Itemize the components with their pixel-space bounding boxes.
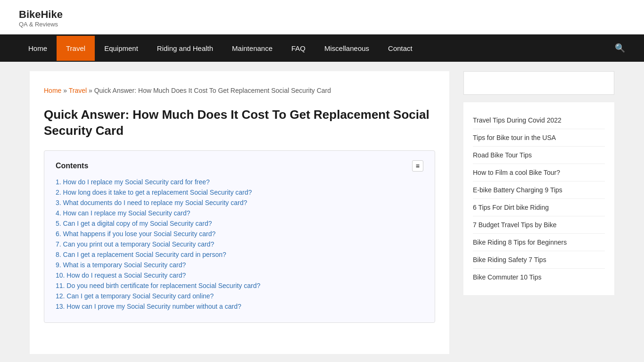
nav-equipment[interactable]: Equipment <box>95 36 148 61</box>
nav-home[interactable]: Home <box>19 36 57 61</box>
breadcrumb-current: Quick Answer: How Much Does It Cost To G… <box>94 87 331 94</box>
breadcrumb-home[interactable]: Home <box>44 87 61 94</box>
toc-box: Contents ≡ 1. How do I replace my Social… <box>44 150 435 323</box>
toc-item[interactable]: 7. Can you print out a temporary Social … <box>56 240 214 248</box>
toc-item[interactable]: 3. What documents do I need to replace m… <box>56 199 247 206</box>
nav-miscellaneous[interactable]: Miscellaneous <box>315 36 379 61</box>
toc-title: Contents <box>56 162 88 170</box>
toc-item[interactable]: 4. How can I replace my Social Security … <box>56 209 190 217</box>
sidebar-link-item[interactable]: Road Bike Tour Tips <box>473 151 532 159</box>
nav-travel[interactable]: Travel <box>57 36 95 61</box>
toc-item[interactable]: 9. What is a temporary Social Security c… <box>56 261 186 269</box>
sidebar-link-item[interactable]: 7 Budget Travel Tips by Bike <box>473 221 556 229</box>
sidebar-link-item[interactable]: Bike Riding 8 Tips for Beginners <box>473 239 567 246</box>
nav-maintenance[interactable]: Maintenance <box>223 36 282 61</box>
sidebar-link-item[interactable]: Travel Tips During Covid 2022 <box>473 116 561 124</box>
toc-item[interactable]: 6. What happens if you lose your Social … <box>56 230 215 238</box>
sidebar-link-item[interactable]: 6 Tips For Dirt bike Riding <box>473 204 549 211</box>
article-title: Quick Answer: How Much Does It Cost To G… <box>44 107 435 139</box>
site-subtitle: QA & Reviews <box>19 21 625 28</box>
toc-list: 1. How do I replace my Social Security c… <box>56 178 423 310</box>
toc-item[interactable]: 1. How do I replace my Social Security c… <box>56 178 210 186</box>
sidebar-link-item[interactable]: E-bike Battery Charging 9 Tips <box>473 186 562 194</box>
toc-item[interactable]: 10. How do I request a Social Security c… <box>56 272 186 279</box>
toc-item[interactable]: 8. Can I get a replacement Social Securi… <box>56 251 226 258</box>
sidebar-link-item[interactable]: Bike Commuter 10 Tips <box>473 273 542 281</box>
sidebar: Travel Tips During Covid 2022Tips for Bi… <box>463 71 614 354</box>
breadcrumb-travel[interactable]: Travel <box>69 87 87 94</box>
toc-item[interactable]: 13. How can I prove my Social Security n… <box>56 303 241 310</box>
toc-toggle-button[interactable]: ≡ <box>412 160 423 172</box>
site-title: BikeHike <box>19 8 625 21</box>
sidebar-link-item[interactable]: Tips for Bike tour in the USA <box>473 134 556 141</box>
nav-riding-health[interactable]: Riding and Health <box>148 36 223 61</box>
toc-item[interactable]: 12. Can I get a temporary Social Securit… <box>56 292 214 300</box>
sidebar-search-box[interactable] <box>463 71 614 95</box>
nav-faq[interactable]: FAQ <box>282 36 315 61</box>
search-icon[interactable]: 🔍 <box>615 34 625 62</box>
toc-item[interactable]: 11. Do you need birth certificate for re… <box>56 282 260 289</box>
sidebar-link-item[interactable]: Bike Riding Safety 7 Tips <box>473 256 546 263</box>
breadcrumb: Home » Travel » Quick Answer: How Much D… <box>44 85 435 96</box>
nav-contact[interactable]: Contact <box>379 36 422 61</box>
sidebar-links: Travel Tips During Covid 2022Tips for Bi… <box>473 112 605 286</box>
main-nav: Home Travel Equipment Riding and Health … <box>0 34 644 62</box>
sidebar-widget: Travel Tips During Covid 2022Tips for Bi… <box>463 102 614 295</box>
toc-item[interactable]: 2. How long does it take to get a replac… <box>56 189 252 196</box>
sidebar-link-item[interactable]: How to Film a cool Bike Tour? <box>473 169 560 176</box>
toc-item[interactable]: 5. Can I get a digital copy of my Social… <box>56 220 212 227</box>
main-content: Home » Travel » Quick Answer: How Much D… <box>30 71 449 354</box>
